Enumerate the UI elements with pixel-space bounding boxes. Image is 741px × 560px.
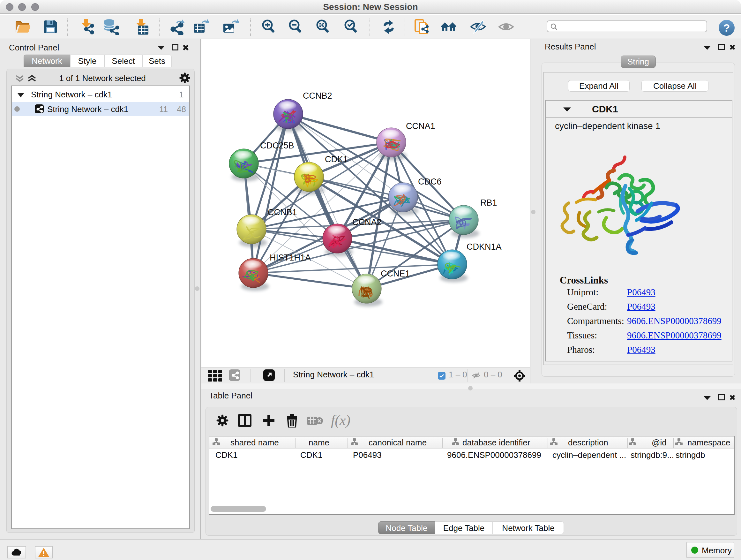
svg-text:CCNB2: CCNB2 bbox=[303, 91, 332, 101]
svg-text:CCNA1: CCNA1 bbox=[406, 121, 435, 131]
svg-text:CDC6: CDC6 bbox=[418, 177, 442, 186]
svg-text:CDC25B: CDC25B bbox=[260, 141, 294, 150]
svg-text:CCNB1: CCNB1 bbox=[268, 207, 297, 217]
svg-text:CDK1: CDK1 bbox=[325, 154, 348, 164]
svg-text:CCNA2: CCNA2 bbox=[352, 217, 382, 227]
svg-text:RB1: RB1 bbox=[480, 198, 497, 207]
svg-text:CDKN1A: CDKN1A bbox=[467, 242, 502, 252]
svg-text:HIST1H1A: HIST1H1A bbox=[270, 253, 311, 262]
svg-text:CCNE1: CCNE1 bbox=[381, 269, 410, 278]
